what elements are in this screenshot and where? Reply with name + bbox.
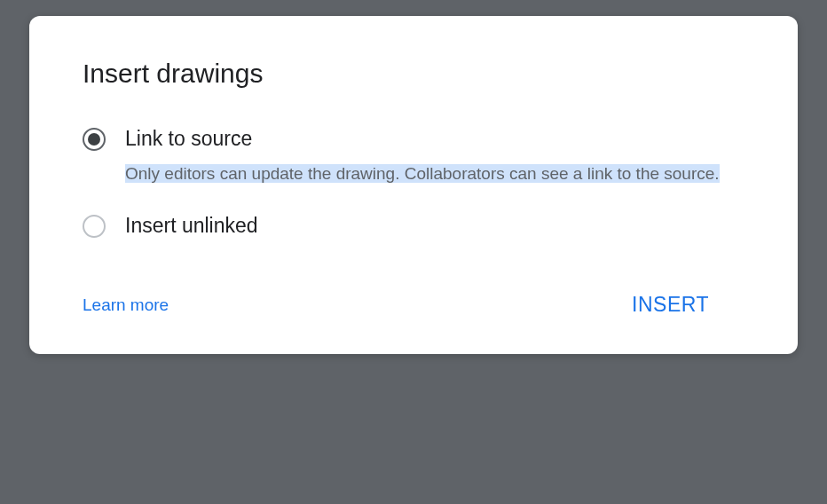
dialog-footer: Learn more INSERT — [83, 293, 744, 317]
option-content: Insert unlinked — [125, 213, 744, 248]
learn-more-link[interactable]: Learn more — [83, 295, 169, 315]
option-label: Link to source — [125, 126, 744, 153]
radio-selected-icon — [88, 133, 100, 146]
insert-button[interactable]: INSERT — [632, 293, 744, 317]
option-label: Insert unlinked — [125, 213, 744, 240]
option-link-to-source[interactable]: Link to source Only editors can update t… — [83, 126, 744, 186]
radio-insert-unlinked[interactable] — [83, 215, 106, 238]
radio-link-to-source[interactable] — [83, 128, 106, 151]
dialog-title: Insert drawings — [83, 59, 744, 89]
option-description: Only editors can update the drawing. Col… — [125, 164, 720, 183]
option-content: Link to source Only editors can update t… — [125, 126, 744, 186]
insert-drawings-dialog: Insert drawings Link to source Only edit… — [29, 16, 798, 354]
option-insert-unlinked[interactable]: Insert unlinked — [83, 213, 744, 248]
